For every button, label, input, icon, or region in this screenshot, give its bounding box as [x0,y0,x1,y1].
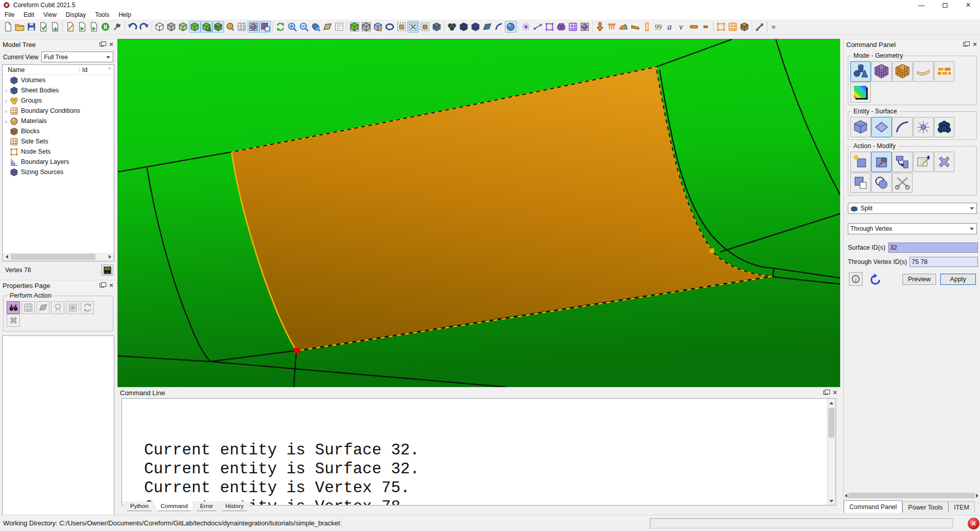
view-wireframe-icon[interactable] [154,21,165,33]
scroll-left-icon[interactable] [845,494,847,498]
selected-vertex-78-marker[interactable] [294,348,299,353]
select-x-ray-icon[interactable] [407,21,419,33]
preview-button[interactable]: Preview [902,274,936,285]
scrollbar-thumb[interactable] [848,493,975,498]
action-boolean-button[interactable] [871,173,892,193]
dock-tab-power-tools[interactable]: Power Tools [902,501,948,513]
bc-temperature-icon[interactable] [641,21,653,33]
column-name[interactable]: Name [3,66,79,74]
mode-blocks-button[interactable] [934,61,954,82]
tree-item-blocks[interactable]: Blocks [3,126,114,136]
mode-fea-button[interactable] [892,61,913,82]
export-journal-icon[interactable] [49,21,61,33]
scroll-down-icon[interactable] [827,497,836,505]
scroll-right-icon[interactable] [106,253,114,261]
model-tree-column-headers[interactable]: Name Id ^ [3,65,114,75]
menu-tools[interactable]: Tools [90,11,114,19]
toolbar-overflow-icon[interactable]: » [769,21,781,33]
refresh-graphics-icon[interactable] [275,21,286,33]
scroll-left-icon[interactable] [3,253,11,261]
action-modify-button[interactable] [871,152,892,172]
render-smooth-icon[interactable] [248,21,259,33]
menu-file[interactable]: File [0,11,19,19]
float-panel-icon[interactable] [963,42,968,46]
filter-node-icon[interactable] [520,21,532,33]
play-script-icon[interactable] [88,21,100,33]
console-vscrollbar[interactable] [827,399,836,505]
view-hidden-line-icon[interactable] [165,21,177,33]
filter-edge-icon[interactable] [532,21,544,33]
clip-plane-icon[interactable] [322,21,333,33]
bc-slide-icon[interactable] [629,21,641,33]
smooth-button[interactable] [36,301,50,314]
refresh-entity-button[interactable] [81,301,94,314]
new-file-icon[interactable] [2,21,14,33]
mode-geometry-button[interactable] [850,61,871,82]
float-panel-icon[interactable] [823,391,828,395]
expand-chevron-icon[interactable]: › [3,107,10,115]
close-panel-icon[interactable]: ✕ [832,390,838,396]
dock-tab-item[interactable]: ITEM [948,501,975,513]
tree-item-sheet-bodies[interactable]: ›Sheet Bodies [3,85,114,95]
operation-combo[interactable]: Split [848,203,977,214]
tree-item-boundary-layers[interactable]: Boundary Layers [3,157,114,167]
filter-body-icon[interactable] [470,21,481,33]
pick-polygon-icon[interactable] [384,21,396,33]
selected-vertex-75-marker[interactable] [709,248,714,253]
mode-mesh-button[interactable] [871,61,892,82]
bc-force-icon[interactable] [594,21,606,33]
zoom-out-icon[interactable] [298,21,310,33]
filter-volume-icon[interactable] [458,21,470,33]
action-rename-button[interactable] [913,152,934,172]
edit-journal-icon[interactable] [64,21,76,33]
mode-post-button[interactable] [850,82,871,103]
block-icon[interactable] [739,21,750,33]
scroll-right-icon[interactable] [976,494,978,498]
bc-pressure-icon[interactable] [688,21,700,33]
select-mesh-icon[interactable] [431,21,443,33]
menu-edit[interactable]: Edit [19,11,39,19]
info-button[interactable]: i [849,272,863,286]
scrollbar-thumb[interactable] [828,408,835,438]
dock-tab-command-panel[interactable]: Command Panel [844,500,902,513]
view-orbit-icon[interactable] [224,21,236,33]
expand-chevron-icon[interactable]: › [3,117,10,125]
close-panel-icon[interactable]: ✕ [109,282,114,288]
close-panel-icon[interactable]: ✕ [972,41,977,47]
command-panel-hscrollbar[interactable] [845,492,978,499]
scroll-up-icon[interactable] [827,399,836,407]
entity-group-button[interactable] [934,117,954,137]
save-file-icon[interactable] [26,21,37,33]
column-id[interactable]: Id [79,66,108,74]
pick-volume-icon[interactable] [349,21,360,33]
action-transform-button[interactable] [892,152,913,172]
bc-fixture-icon[interactable] [606,21,618,33]
interrupt-button[interactable]: ✕ [968,518,979,529]
undo-icon[interactable] [127,21,138,33]
view-transparent-icon[interactable] [177,21,189,33]
model-tree-hscrollbar[interactable] [3,253,114,261]
tree-item-sizing-sources[interactable]: Sizing Sources [3,167,114,177]
setup-wrench-icon[interactable] [754,21,766,33]
view-mesh-icon[interactable] [212,21,224,33]
quality-button[interactable] [51,301,64,314]
viewport-3d-scene[interactable] [118,39,840,387]
bc-acceleration-icon[interactable]: a [665,21,676,33]
apply-button[interactable]: Apply [940,274,976,285]
filter-group-icon[interactable] [446,21,458,33]
close-button[interactable]: × [957,0,980,10]
console-tab-python[interactable]: Python [122,501,156,511]
view-axes-grid-icon[interactable] [236,21,248,33]
zoom-in-icon[interactable] [286,21,298,33]
bc-contact-icon[interactable] [618,21,629,33]
pause-playback-icon[interactable] [100,21,111,33]
tree-item-materials[interactable]: ›Materials [3,116,114,126]
pick-extended-icon[interactable] [372,21,384,33]
delete-entity-button[interactable] [7,314,20,327]
entity-vertex-button[interactable] [913,117,934,137]
delete-mesh-button[interactable] [66,301,79,314]
custom-tools-icon[interactable] [111,21,123,33]
tree-item-volumes[interactable]: Volumes [3,75,114,85]
filter-sizing-icon[interactable] [579,21,591,33]
entity-list-icon[interactable] [333,21,345,33]
